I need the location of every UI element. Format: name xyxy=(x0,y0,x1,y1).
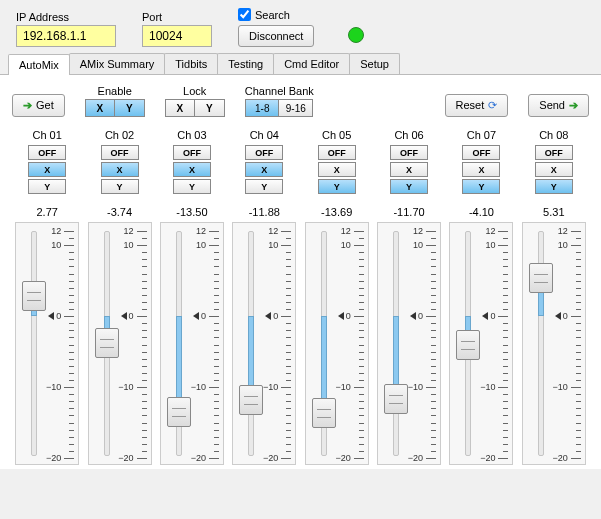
slider-thumb[interactable] xyxy=(167,397,191,427)
search-checkbox[interactable] xyxy=(238,8,251,21)
channel-off-button[interactable]: OFF xyxy=(462,145,500,160)
slider-thumb[interactable] xyxy=(384,384,408,414)
channel-off-button[interactable]: OFF xyxy=(318,145,356,160)
channel-x-button[interactable]: X xyxy=(28,162,66,177)
channel-slider[interactable]: 12100−10−20 xyxy=(377,222,441,465)
bank-label: Channel Bank xyxy=(245,85,314,97)
tick-label: −20 xyxy=(191,453,206,463)
channel-y-button[interactable]: Y xyxy=(318,179,356,194)
tick-label: 10 xyxy=(413,240,423,250)
tick-label: 12 xyxy=(51,226,61,236)
channel-slider[interactable]: 12100−10−20 xyxy=(305,222,369,465)
channel-off-button[interactable]: OFF xyxy=(173,145,211,160)
tick-label: 0 xyxy=(418,311,423,321)
slider-thumb[interactable] xyxy=(95,328,119,358)
tick-label: 10 xyxy=(268,240,278,250)
slider-thumb[interactable] xyxy=(529,263,553,293)
channel-value: -3.74 xyxy=(107,206,132,218)
channel-slider[interactable]: 12100−10−20 xyxy=(522,222,586,465)
channel-x-button[interactable]: X xyxy=(245,162,283,177)
channel-y-button[interactable]: Y xyxy=(28,179,66,194)
tick-label: 10 xyxy=(485,240,495,250)
tick-label: −20 xyxy=(263,453,278,463)
get-button[interactable]: ➔Get xyxy=(12,94,65,117)
tick-label: 12 xyxy=(268,226,278,236)
tab-amix-summary[interactable]: AMix Summary xyxy=(69,53,166,74)
channel-x-button[interactable]: X xyxy=(101,162,139,177)
tick-label: 12 xyxy=(558,226,568,236)
lock-y[interactable]: Y xyxy=(195,99,225,117)
enable-label: Enable xyxy=(98,85,132,97)
tick-label: −20 xyxy=(553,453,568,463)
arrow-right-icon: ➔ xyxy=(23,99,32,111)
tick-label: 12 xyxy=(485,226,495,236)
channel-y-button[interactable]: Y xyxy=(535,179,573,194)
disconnect-button[interactable]: Disconnect xyxy=(238,25,314,47)
channel-off-button[interactable]: OFF xyxy=(390,145,428,160)
tab-cmd-editor[interactable]: Cmd Editor xyxy=(273,53,350,74)
channel-label: Ch 03 xyxy=(177,129,206,141)
channel-y-button[interactable]: Y xyxy=(390,179,428,194)
port-label: Port xyxy=(142,11,212,23)
reset-button[interactable]: Reset⟳ xyxy=(445,94,509,117)
lock-x[interactable]: X xyxy=(165,99,195,117)
channel-value: -13.50 xyxy=(176,206,207,218)
channel-x-button[interactable]: X xyxy=(462,162,500,177)
channel-x-button[interactable]: X xyxy=(535,162,573,177)
tick-label: 10 xyxy=(558,240,568,250)
refresh-icon: ⟳ xyxy=(488,99,497,111)
tick-label: 0 xyxy=(490,311,495,321)
tick-label: 0 xyxy=(201,311,206,321)
channel-y-button[interactable]: Y xyxy=(462,179,500,194)
bank-9-16[interactable]: 9-16 xyxy=(279,99,313,117)
tick-label: 10 xyxy=(341,240,351,250)
bank-1-8[interactable]: 1-8 xyxy=(245,99,279,117)
channel-label: Ch 05 xyxy=(322,129,351,141)
channel-x-button[interactable]: X xyxy=(318,162,356,177)
tick-label: 0 xyxy=(56,311,61,321)
enable-y[interactable]: Y xyxy=(115,99,145,117)
tick-label: −10 xyxy=(335,382,350,392)
tick-label: −20 xyxy=(46,453,61,463)
channel-off-button[interactable]: OFF xyxy=(245,145,283,160)
channel-off-button[interactable]: OFF xyxy=(101,145,139,160)
status-indicator xyxy=(348,27,364,43)
channel-label: Ch 06 xyxy=(394,129,423,141)
channel-label: Ch 02 xyxy=(105,129,134,141)
channel-x-button[interactable]: X xyxy=(173,162,211,177)
slider-thumb[interactable] xyxy=(312,398,336,428)
channel-slider[interactable]: 12100−10−20 xyxy=(449,222,513,465)
tick-label: −20 xyxy=(408,453,423,463)
channel-value: -4.10 xyxy=(469,206,494,218)
slider-thumb[interactable] xyxy=(456,330,480,360)
channel-x-button[interactable]: X xyxy=(390,162,428,177)
enable-x[interactable]: X xyxy=(85,99,115,117)
tick-label: 12 xyxy=(196,226,206,236)
channel-y-button[interactable]: Y xyxy=(173,179,211,194)
tick-label: −10 xyxy=(46,382,61,392)
channel-off-button[interactable]: OFF xyxy=(28,145,66,160)
channel-slider[interactable]: 12100−10−20 xyxy=(160,222,224,465)
ip-input[interactable] xyxy=(16,25,116,47)
slider-thumb[interactable] xyxy=(239,385,263,415)
tick-label: 10 xyxy=(124,240,134,250)
tab-automix[interactable]: AutoMix xyxy=(8,54,70,75)
channel-value: -11.70 xyxy=(393,206,424,218)
tick-label: 0 xyxy=(346,311,351,321)
channel-slider[interactable]: 12100−10−20 xyxy=(15,222,79,465)
channel-y-button[interactable]: Y xyxy=(245,179,283,194)
tick-label: −20 xyxy=(480,453,495,463)
tab-tidbits[interactable]: Tidbits xyxy=(164,53,218,74)
tab-setup[interactable]: Setup xyxy=(349,53,400,74)
channel-value: -11.88 xyxy=(249,206,280,218)
channel-y-button[interactable]: Y xyxy=(101,179,139,194)
tab-testing[interactable]: Testing xyxy=(217,53,274,74)
tick-label: −10 xyxy=(118,382,133,392)
port-input[interactable] xyxy=(142,25,212,47)
channel-value: -13.69 xyxy=(321,206,352,218)
send-button[interactable]: Send➔ xyxy=(528,94,589,117)
channel-slider[interactable]: 12100−10−20 xyxy=(232,222,296,465)
channel-slider[interactable]: 12100−10−20 xyxy=(88,222,152,465)
slider-thumb[interactable] xyxy=(22,281,46,311)
channel-off-button[interactable]: OFF xyxy=(535,145,573,160)
